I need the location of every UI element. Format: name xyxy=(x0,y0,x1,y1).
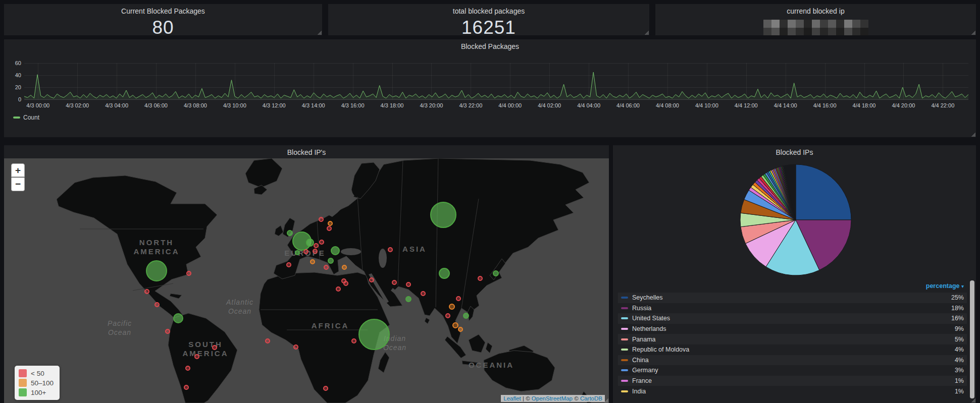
blocked-ip-marker[interactable] xyxy=(311,260,315,264)
blocked-ip-marker[interactable] xyxy=(195,355,199,359)
legend-row-republic-of-moldova[interactable]: Republic of Moldova4% xyxy=(618,344,967,355)
blocked-ip-marker[interactable] xyxy=(359,319,389,350)
blocked-ip-marker[interactable] xyxy=(449,304,454,309)
x-tick-label: 4/4 18:00 xyxy=(853,102,876,108)
blocked-ip-marker[interactable] xyxy=(456,297,460,301)
blocked-ip-marker[interactable] xyxy=(446,314,450,318)
blocked-ip-marker[interactable] xyxy=(478,276,482,280)
series-color-swatch xyxy=(621,359,628,361)
legend-row-russia[interactable]: Russia18% xyxy=(618,303,967,314)
blocked-ip-marker[interactable] xyxy=(458,327,462,331)
cartodb-link[interactable]: CartoDB xyxy=(580,395,602,401)
blocked-ip-marker[interactable] xyxy=(314,244,318,248)
panel-resize-handle[interactable] xyxy=(971,398,975,402)
world-map[interactable]: NORTHAMERICAEUROPEASIAAFRICASOUTHAMERICA… xyxy=(4,158,609,403)
blocked-ip-marker[interactable] xyxy=(266,339,270,343)
blocked-ip-marker[interactable] xyxy=(187,271,191,275)
time-series-plot[interactable] xyxy=(24,63,968,99)
blocked-ip-marker[interactable] xyxy=(287,263,291,267)
map-label: SOUTH xyxy=(188,340,223,349)
blocked-ip-marker[interactable] xyxy=(166,329,170,333)
country-name: France xyxy=(632,377,955,384)
legend-row-united-states[interactable]: United States16% xyxy=(618,313,967,324)
blocked-ip-marker[interactable] xyxy=(146,261,167,281)
blocked-ip-marker[interactable] xyxy=(336,287,340,291)
map-zoom-out-button[interactable]: − xyxy=(11,178,25,191)
blocked-ip-marker[interactable] xyxy=(313,249,317,253)
blocked-ip-marker[interactable] xyxy=(324,265,328,269)
blocked-ip-marker[interactable] xyxy=(294,345,298,349)
panel-title[interactable]: Current Blocked Packages xyxy=(4,7,322,15)
legend-row-germany[interactable]: Germany3% xyxy=(618,365,967,376)
blocked-ip-marker[interactable] xyxy=(324,386,328,390)
x-tick-label: 4/4 12:00 xyxy=(735,102,758,108)
map-label: AFRICA xyxy=(312,321,349,330)
blocked-ip-marker[interactable] xyxy=(406,282,410,286)
blocked-ip-marker[interactable] xyxy=(493,271,498,276)
panel-title[interactable]: total blocked packages xyxy=(328,7,649,15)
series-legend[interactable]: Count xyxy=(13,114,39,121)
blocked-ip-marker[interactable] xyxy=(342,265,346,269)
blocked-ip-marker[interactable] xyxy=(439,268,449,278)
panel-title[interactable]: Blocked Packages xyxy=(4,42,976,50)
legend-swatch-orange xyxy=(19,379,27,387)
blocked-ip-marker[interactable] xyxy=(145,290,149,294)
blocked-ip-marker[interactable] xyxy=(431,202,456,227)
legend-row-india[interactable]: India1% xyxy=(618,386,967,396)
openstreetmap-link[interactable]: OpenStreetMap xyxy=(532,395,573,401)
panel-title[interactable]: Blocked IP's xyxy=(4,148,609,156)
blocked-ip-marker[interactable] xyxy=(287,231,292,236)
legend-row-netherlands[interactable]: Netherlands9% xyxy=(618,324,967,334)
map-zoom-in-button[interactable]: + xyxy=(11,163,25,177)
percentage-value: 4% xyxy=(955,357,964,364)
series-legend-label[interactable]: Count xyxy=(23,114,39,121)
blocked-ip-marker[interactable] xyxy=(370,278,374,282)
blocked-ip-marker[interactable] xyxy=(331,247,339,255)
legend-row-france[interactable]: France1% xyxy=(618,376,967,386)
legend-swatch-green xyxy=(19,388,27,396)
blocked-ip-marker[interactable] xyxy=(463,313,469,318)
panel-resize-handle[interactable] xyxy=(317,30,322,35)
blocked-ip-marker[interactable] xyxy=(295,251,299,255)
pie-chart[interactable] xyxy=(613,160,976,279)
panel-resize-handle[interactable] xyxy=(644,30,649,35)
blocked-ip-marker[interactable] xyxy=(388,248,392,252)
blocked-ip-marker[interactable] xyxy=(213,346,217,350)
panel-title[interactable]: currend blocked ip xyxy=(655,7,976,15)
panel-resize-handle[interactable] xyxy=(971,30,975,35)
blocked-ip-marker[interactable] xyxy=(304,250,308,254)
legend-row-china[interactable]: China4% xyxy=(618,355,967,366)
blocked-ip-marker[interactable] xyxy=(453,323,458,328)
blocked-ip-marker[interactable] xyxy=(344,281,348,285)
blocked-ip-marker[interactable] xyxy=(421,292,425,296)
blocked-ip-marker[interactable] xyxy=(184,385,188,389)
sort-column-header[interactable]: percentage ▾ xyxy=(618,280,967,293)
panel-resize-handle[interactable] xyxy=(604,398,608,402)
percentage-value: 1% xyxy=(955,388,964,395)
blocked-ip-marker[interactable] xyxy=(406,297,411,302)
map-label: ASIA xyxy=(402,245,427,253)
panel-title[interactable]: Blocked IPs xyxy=(613,148,976,156)
y-tick-label: 40 xyxy=(4,72,21,78)
blocked-ip-marker[interactable] xyxy=(174,314,183,323)
legend-row-seychelles[interactable]: Seychelles25% xyxy=(618,293,967,303)
blocked-ip-marker[interactable] xyxy=(320,240,324,244)
blocked-ip-marker[interactable] xyxy=(392,280,396,284)
legend-row-panama[interactable]: Panama5% xyxy=(618,334,967,344)
blocked-ip-marker[interactable] xyxy=(306,239,314,246)
blocked-ip-marker[interactable] xyxy=(319,217,323,221)
blocked-ip-marker[interactable] xyxy=(186,366,190,370)
pie-slice[interactable] xyxy=(796,164,851,220)
map-panel-blocked-ips: Blocked IP's xyxy=(4,145,609,403)
map-label: Atlantic xyxy=(226,298,253,306)
pie-legend-table: percentage ▾ Seychelles25%Russia18%Unite… xyxy=(618,280,967,396)
panel-resize-handle[interactable] xyxy=(971,132,975,137)
sort-caret-icon: ▾ xyxy=(961,283,964,289)
blocked-ip-marker[interactable] xyxy=(352,339,356,343)
leaflet-link[interactable]: Leaflet xyxy=(503,395,521,401)
blocked-ip-marker[interactable] xyxy=(155,303,159,307)
blocked-ip-marker[interactable] xyxy=(328,258,333,263)
blocked-ip-marker[interactable] xyxy=(327,226,331,231)
blocked-ip-marker[interactable] xyxy=(328,221,332,225)
legend-scrollbar-thumb[interactable] xyxy=(970,280,974,398)
